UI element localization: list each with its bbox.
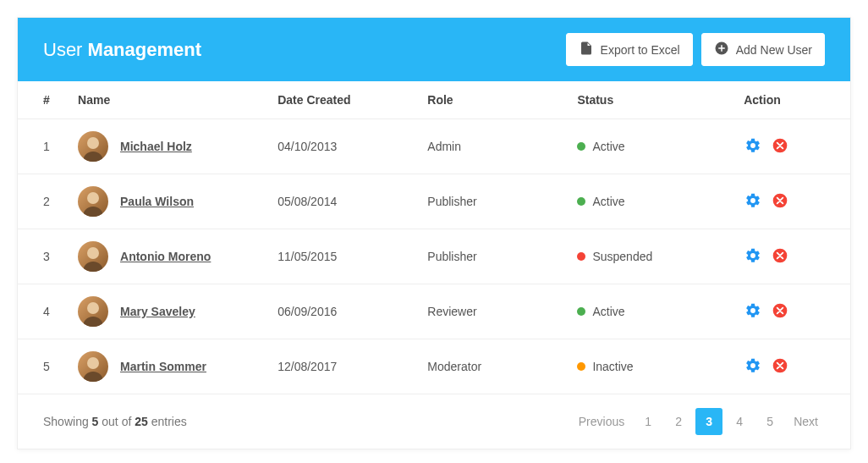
row-actions xyxy=(733,174,850,229)
gear-icon xyxy=(744,302,761,322)
delete-button[interactable] xyxy=(771,192,789,211)
user-link[interactable]: Michael Holz xyxy=(120,140,192,153)
row-name-cell: Martin Sommer xyxy=(68,339,267,394)
table-row: 4 Mary Saveley 06/09/2016 Reviewer Activ… xyxy=(18,284,850,339)
status-label: Suspended xyxy=(592,250,652,263)
delete-button[interactable] xyxy=(771,137,789,156)
delete-button[interactable] xyxy=(771,247,789,266)
table-row: 3 Antonio Moreno 11/05/2015 Publisher Su… xyxy=(18,229,850,284)
avatar xyxy=(78,351,108,382)
status-dot-icon xyxy=(577,252,585,261)
showing-prefix: Showing xyxy=(43,415,92,428)
gear-icon xyxy=(744,247,761,267)
row-role: Reviewer xyxy=(417,284,567,339)
svg-point-9 xyxy=(87,357,99,369)
settings-button[interactable] xyxy=(744,192,762,211)
status-dot-icon xyxy=(577,142,585,151)
row-actions xyxy=(733,119,850,174)
gear-icon xyxy=(744,192,761,212)
row-name-cell: Mary Saveley xyxy=(68,284,267,339)
showing-mid: out of xyxy=(98,415,135,428)
page-2[interactable]: 2 xyxy=(665,408,692,435)
status-label: Active xyxy=(592,305,624,318)
page-title: User Management xyxy=(43,39,201,61)
add-user-label: Add New User xyxy=(736,43,812,57)
col-header-name: Name xyxy=(68,81,267,119)
row-actions xyxy=(733,339,850,394)
status-label: Inactive xyxy=(592,360,633,373)
table-footer: Showing 5 out of 25 entries Previous 123… xyxy=(18,394,850,449)
title-bold: Management xyxy=(88,39,201,60)
settings-button[interactable] xyxy=(744,137,762,156)
row-status: Active xyxy=(567,284,733,339)
row-name-cell: Antonio Moreno xyxy=(68,229,267,284)
total-count: 25 xyxy=(135,415,148,428)
row-date: 04/10/2013 xyxy=(267,119,417,174)
status-label: Active xyxy=(592,140,624,153)
delete-button[interactable] xyxy=(771,302,789,321)
col-header-status: Status xyxy=(567,81,733,119)
page-prev[interactable]: Previous xyxy=(572,408,631,435)
delete-button[interactable] xyxy=(771,357,789,376)
status-label: Active xyxy=(592,195,624,208)
row-index: 3 xyxy=(18,229,68,284)
showing-suffix: entries xyxy=(148,415,187,428)
avatar xyxy=(78,241,108,272)
page-4[interactable]: 4 xyxy=(726,408,753,435)
page-1[interactable]: 1 xyxy=(635,408,662,435)
svg-point-5 xyxy=(87,247,99,259)
entries-summary: Showing 5 out of 25 entries xyxy=(43,415,187,428)
page-3[interactable]: 3 xyxy=(695,408,722,435)
card-header: User Management Export to Excel Add New … xyxy=(18,18,850,81)
user-management-card: User Management Export to Excel Add New … xyxy=(17,17,851,449)
svg-point-7 xyxy=(87,302,99,314)
col-header-action: Action xyxy=(733,81,850,119)
row-status: Active xyxy=(567,119,733,174)
col-header-role: Role xyxy=(417,81,567,119)
status-dot-icon xyxy=(577,197,585,206)
col-header-date: Date Created xyxy=(267,81,417,119)
svg-point-3 xyxy=(87,192,99,204)
col-header-idx: # xyxy=(18,81,68,119)
plus-circle-icon xyxy=(714,41,729,58)
table-row: 2 Paula Wilson 05/08/2014 Publisher Acti… xyxy=(18,174,850,229)
close-circle-icon xyxy=(772,302,788,322)
status-dot-icon xyxy=(577,362,585,371)
settings-button[interactable] xyxy=(744,357,762,376)
page-5[interactable]: 5 xyxy=(756,408,783,435)
status-dot-icon xyxy=(577,307,585,316)
table-row: 5 Martin Sommer 12/08/2017 Moderator Ina… xyxy=(18,339,850,394)
user-link[interactable]: Martin Sommer xyxy=(120,360,206,373)
row-index: 5 xyxy=(18,339,68,394)
row-status: Suspended xyxy=(567,229,733,284)
svg-point-1 xyxy=(87,137,99,149)
row-role: Admin xyxy=(417,119,567,174)
row-index: 1 xyxy=(18,119,68,174)
row-name-cell: Paula Wilson xyxy=(68,174,267,229)
row-index: 4 xyxy=(18,284,68,339)
pagination: Previous 12345 Next xyxy=(572,408,825,435)
row-status: Active xyxy=(567,174,733,229)
row-role: Publisher xyxy=(417,174,567,229)
page-next[interactable]: Next xyxy=(787,408,825,435)
table-row: 1 Michael Holz 04/10/2013 Admin Active xyxy=(18,119,850,174)
close-circle-icon xyxy=(772,247,788,267)
avatar xyxy=(78,186,108,217)
avatar xyxy=(78,296,108,327)
row-name-cell: Michael Holz xyxy=(68,119,267,174)
settings-button[interactable] xyxy=(744,247,762,266)
user-link[interactable]: Antonio Moreno xyxy=(120,250,211,263)
close-circle-icon xyxy=(772,137,788,157)
export-label: Export to Excel xyxy=(601,43,680,57)
add-user-button[interactable]: Add New User xyxy=(701,33,825,66)
header-actions: Export to Excel Add New User xyxy=(566,33,825,66)
user-link[interactable]: Paula Wilson xyxy=(120,195,194,208)
user-link[interactable]: Mary Saveley xyxy=(120,305,195,318)
file-icon xyxy=(579,41,594,58)
row-role: Moderator xyxy=(417,339,567,394)
avatar xyxy=(78,131,108,162)
settings-button[interactable] xyxy=(744,302,762,321)
export-excel-button[interactable]: Export to Excel xyxy=(566,33,693,66)
row-index: 2 xyxy=(18,174,68,229)
row-date: 06/09/2016 xyxy=(267,284,417,339)
